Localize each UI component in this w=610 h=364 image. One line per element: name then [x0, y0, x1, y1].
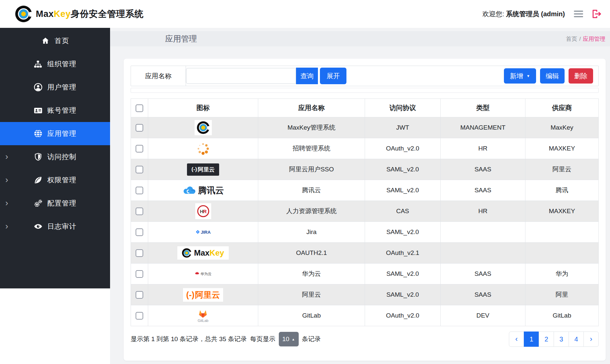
brand: MaxKey身份安全管理系统 [15, 6, 144, 22]
page-button-1[interactable]: 1 [524, 332, 539, 347]
id-card-icon [34, 106, 42, 115]
maxkey-logo-icon [15, 6, 32, 22]
row-checkbox[interactable] [136, 249, 143, 257]
sidebar-item-account[interactable]: 账号管理 [0, 99, 110, 122]
app-logo-spinner [196, 142, 211, 155]
select-all-checkbox[interactable] [136, 104, 143, 112]
app-logo-hr: HR [195, 203, 211, 219]
app-title: MaxKey身份安全管理系统 [36, 8, 144, 20]
sidebar-item-apps[interactable]: 应用管理 [0, 122, 110, 145]
page-title: 应用管理 [110, 33, 197, 44]
app-logo-maxkey [195, 120, 212, 135]
sitemap-icon [34, 60, 42, 68]
gears-icon [34, 199, 42, 208]
row-checkbox[interactable] [136, 291, 143, 299]
welcome-text: 欢迎您: 系统管理员 (admin) [482, 10, 565, 19]
table-toolbar [131, 88, 599, 93]
next-page-button[interactable]: › [583, 332, 599, 347]
sidebar-item-user[interactable]: 用户管理 [0, 76, 110, 99]
page-button-2[interactable]: 2 [539, 332, 554, 347]
sidebar-item-access[interactable]: › 访问控制 [0, 145, 110, 168]
edit-button[interactable]: 编辑 [540, 68, 565, 84]
leaf-icon [34, 176, 42, 184]
logout-icon[interactable] [592, 10, 601, 18]
search-field-label: 应用名称 [131, 66, 186, 86]
col-header-type: 类型 [441, 99, 525, 117]
app-logo-aliyun-orange: (-)阿里云 [183, 288, 223, 302]
table-row[interactable]: 腾讯云 腾讯云 SAML_v2.0 SAAS 腾讯 [131, 180, 599, 201]
table-row[interactable]: 招聘管理系统 OAuth_v2.0 HR MAXKEY [131, 138, 599, 159]
delete-button[interactable]: 删除 [569, 68, 593, 84]
row-checkbox[interactable] [136, 145, 143, 152]
breadcrumb-current: 应用管理 [583, 36, 605, 42]
expand-button[interactable]: 展开 [320, 68, 346, 84]
prev-page-button[interactable]: ‹ [509, 332, 524, 347]
breadcrumb-home[interactable]: 首页 [566, 36, 577, 42]
chevron-right-icon: › [5, 199, 8, 207]
query-button[interactable]: 查询 [296, 68, 318, 84]
row-checkbox[interactable] [136, 166, 143, 173]
app-logo-maxkey-text: MaxKey [177, 246, 229, 260]
home-icon [41, 36, 50, 45]
pagination-bar: 显示第 1 到第 10 条记录，总共 35 条记录 每页显示 10▲ 条记录 ‹… [131, 332, 599, 347]
sidebar-item-audit[interactable]: › 日志审计 [0, 215, 110, 238]
top-navbar: MaxKey身份安全管理系统 欢迎您: 系统管理员 (admin) [0, 0, 610, 28]
search-bar: 应用名称 查询 展开 新增▼ 编辑 删除 [131, 66, 599, 86]
add-button[interactable]: 新增▼ [504, 68, 536, 84]
chevron-right-icon: › [5, 175, 8, 184]
per-page-suffix: 条记录 [302, 335, 321, 343]
table-row[interactable]: (-)阿里云 阿里云 SAML_v2.0 SAAS 阿里 [131, 284, 599, 305]
per-page-prefix: 每页显示 [250, 335, 275, 343]
page-button-3[interactable]: 3 [554, 332, 569, 347]
shield-icon [34, 152, 42, 161]
col-header-name: 应用名称 [258, 99, 365, 117]
content-card: 应用名称 查询 展开 新增▼ 编辑 删除 图标 [124, 59, 606, 361]
app-logo-jira: JIRA [194, 229, 213, 236]
row-checkbox[interactable] [136, 312, 143, 320]
table-header-row: 图标 应用名称 访问协议 类型 供应商 [131, 99, 599, 117]
eye-icon [34, 222, 42, 231]
sidebar-item-config[interactable]: › 配置管理 [0, 192, 110, 215]
row-checkbox[interactable] [136, 187, 143, 194]
chevron-right-icon: › [5, 152, 8, 161]
page-header-band: 应用管理 首页/应用管理 [110, 31, 610, 46]
record-summary: 显示第 1 到第 10 条记录，总共 35 条记录 [131, 335, 247, 343]
page-size-dropdown[interactable]: 10▲ [279, 332, 299, 346]
app-logo-gitlab: GitLab [198, 309, 208, 323]
caret-up-icon: ▲ [292, 337, 295, 341]
sidebar-item-org[interactable]: 组织管理 [0, 52, 110, 76]
col-header-protocol: 访问协议 [365, 99, 441, 117]
sidebar-item-home[interactable]: 首页 [0, 29, 110, 52]
chevron-right-icon: › [5, 222, 8, 230]
table-row[interactable]: MaxKey管理系统 JWT MANAGEMENT MaxKey [131, 117, 599, 138]
user-circle-icon [34, 83, 42, 91]
row-checkbox[interactable] [136, 208, 143, 215]
page-buttons: ‹ 1 2 3 4 › [509, 332, 599, 347]
row-checkbox[interactable] [136, 270, 143, 278]
col-header-vendor: 供应商 [525, 99, 599, 117]
col-header-icon: 图标 [148, 99, 258, 117]
menu-hamburger-icon[interactable] [574, 10, 583, 18]
page-button-4[interactable]: 4 [569, 332, 584, 347]
sidebar: 首页 组织管理 用户管理 账号管理 [0, 28, 110, 364]
table-row[interactable]: HR 人力资源管理系统 CAS HR MAXKEY [131, 201, 599, 222]
app-logo-tencent-cloud: 腾讯云 [182, 185, 224, 196]
row-checkbox[interactable] [136, 124, 143, 132]
app-name-input[interactable] [186, 68, 296, 84]
caret-down-icon: ▼ [526, 74, 530, 78]
table-row[interactable]: 华为云 华为云 SAML_v2.0 SAAS 华为 [131, 264, 599, 284]
globe-icon [34, 129, 42, 138]
row-checkbox[interactable] [136, 228, 143, 236]
breadcrumb: 首页/应用管理 [566, 35, 610, 43]
apps-table: 图标 应用名称 访问协议 类型 供应商 [131, 98, 599, 326]
sidebar-item-permission[interactable]: › 权限管理 [0, 168, 110, 192]
app-logo-huawei-cloud: 华为云 [193, 270, 213, 278]
table-row[interactable]: MaxKey OAUTH2.1 OAuth_v2.1 [131, 243, 599, 264]
table-row[interactable]: JIRA Jira SAML_v2.0 [131, 222, 599, 243]
table-row[interactable]: GitLab GitLab OAuth_v2.0 DEV GitLab [131, 305, 599, 326]
table-row[interactable]: (-)阿里云 阿里云用户SSO SAML_v2.0 SAAS 阿里云 [131, 159, 599, 180]
app-logo-aliyun-dark: (-)阿里云 [187, 163, 219, 176]
